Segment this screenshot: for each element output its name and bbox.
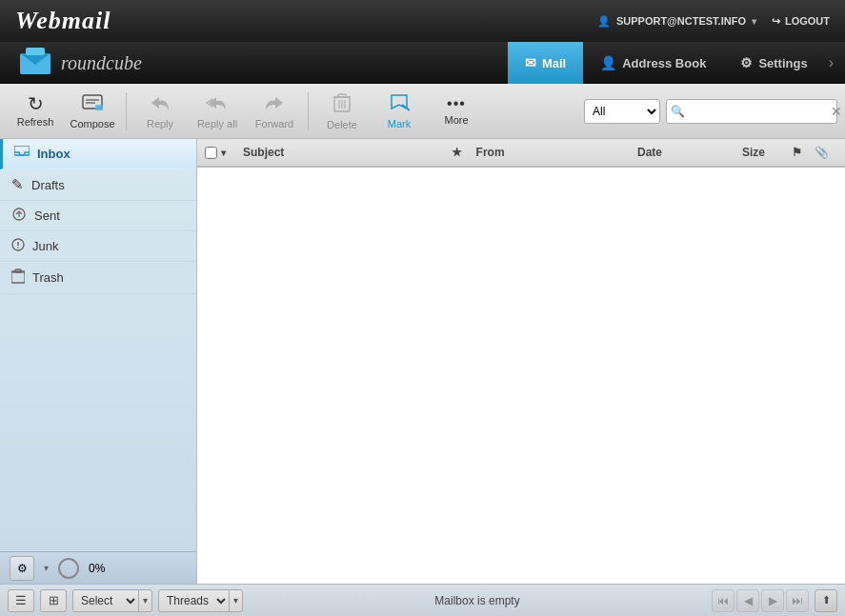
logout-button[interactable]: ↪ LOGOUT (772, 15, 830, 28)
refresh-button[interactable]: ↻ Refresh (8, 88, 63, 135)
nav-end-arrow: › (825, 42, 837, 84)
status-bar: ☰ ⊞ Select All None Read Unread ▾ Thread… (0, 584, 845, 616)
folder-inbox-label: Inbox (37, 147, 70, 161)
mark-button[interactable]: Mark (372, 88, 427, 135)
header-from[interactable]: From (469, 146, 630, 159)
tab-mail[interactable]: ✉ Mail (508, 42, 583, 84)
folder-sent-label: Sent (34, 209, 60, 223)
folder-trash-label: Trash (32, 270, 64, 285)
webmail-logo: Webmail (15, 7, 111, 35)
sent-icon (11, 208, 27, 224)
page-prev-button[interactable]: ◀ (736, 589, 759, 612)
folder-trash[interactable]: Trash (0, 262, 196, 294)
more-icon: ••• (447, 96, 466, 111)
sidebar-gear-dropdown: ▾ (44, 563, 49, 573)
drafts-icon: ✎ (11, 176, 24, 193)
page-next-button[interactable]: ▶ (761, 589, 784, 612)
sidebar: Inbox ✎ Drafts Sent (0, 139, 197, 584)
header-star: ★ (446, 146, 469, 159)
thread-view-icon: ⊞ (49, 593, 59, 607)
tab-addressbook-label: Address Book (622, 56, 706, 70)
forward-button[interactable]: Forward (247, 88, 302, 135)
sidebar-settings-button[interactable]: ⚙ (10, 556, 34, 581)
thread-view-button[interactable]: ⊞ (40, 589, 67, 612)
toolbar-separator-2 (308, 92, 309, 130)
folder-junk[interactable]: Junk (0, 231, 196, 262)
addressbook-icon: 👤 (600, 55, 616, 70)
folder-junk-label: Junk (32, 239, 58, 253)
svg-rect-21 (11, 271, 25, 283)
list-view-button[interactable]: ☰ (8, 589, 34, 612)
header-check: ▾ (205, 147, 235, 159)
select-dropdown-arrow: ▾ (138, 590, 151, 611)
mark-icon (389, 93, 410, 115)
delete-label: Delete (327, 119, 357, 130)
trash-icon (11, 268, 25, 287)
forward-label: Forward (255, 118, 293, 129)
header-date[interactable]: Date (630, 146, 734, 159)
svg-point-20 (17, 247, 19, 248)
threads-dropdown-arrow: ▾ (229, 590, 242, 611)
search-area: All Unread Flagged Unanswered 🔍 ✕ (584, 99, 837, 124)
mail-icon: ✉ (525, 55, 536, 70)
compose-icon (82, 93, 103, 115)
settings-icon: ⚙ (740, 55, 753, 70)
search-box: 🔍 ✕ (666, 99, 837, 124)
tab-settings[interactable]: ⚙ Settings (723, 42, 824, 84)
search-icon: 🔍 (671, 105, 685, 118)
replyall-button[interactable]: Reply all (190, 88, 245, 135)
pagination-controls: ⏮ ◀ ▶ ⏭ (712, 589, 809, 612)
folder-inbox[interactable]: Inbox (0, 139, 196, 169)
reply-label: Reply (147, 118, 173, 129)
delete-button[interactable]: Delete (314, 88, 370, 135)
search-clear-icon[interactable]: ✕ (831, 104, 842, 119)
logout-icon: ↪ (772, 15, 780, 28)
top-right-controls: 👤 SUPPORT@NCTEST.INFO ▾ ↪ LOGOUT (597, 15, 830, 28)
tab-settings-label: Settings (758, 56, 807, 70)
filter-select[interactable]: All Unread Flagged Unanswered (584, 99, 660, 124)
sidebar-gear-icon: ⚙ (17, 562, 28, 575)
svg-rect-10 (338, 94, 346, 97)
roundcube-text: roundcube (61, 52, 142, 74)
user-info[interactable]: 👤 SUPPORT@NCTEST.INFO ▾ (597, 15, 756, 28)
replyall-icon (205, 93, 230, 115)
reply-icon (150, 93, 171, 115)
user-icon: 👤 (597, 15, 611, 28)
select-all-checkbox[interactable] (205, 147, 217, 159)
select-dropdown[interactable]: Select All None Read Unread (73, 590, 138, 611)
page-first-button[interactable]: ⏮ (712, 589, 734, 612)
threads-wrapper: Threads None Flat ▾ (158, 589, 243, 612)
page-last-button[interactable]: ⏭ (786, 589, 809, 612)
more-label: More (444, 114, 468, 126)
delete-icon (333, 92, 351, 116)
reply-button[interactable]: Reply (132, 88, 188, 135)
svg-line-14 (402, 105, 410, 110)
expand-button[interactable]: ⬆ (815, 589, 837, 612)
forward-icon (264, 93, 285, 115)
svg-rect-15 (14, 146, 30, 155)
refresh-icon: ↻ (28, 94, 44, 113)
folder-drafts[interactable]: ✎ Drafts (0, 169, 196, 201)
nav-logo: roundcube (8, 42, 151, 84)
replyall-label: Reply all (197, 118, 237, 129)
header-subject[interactable]: Subject (235, 146, 446, 159)
more-button[interactable]: ••• More (429, 88, 484, 135)
roundcube-logo-icon (17, 45, 53, 81)
expand-icon: ⬆ (822, 594, 831, 606)
compose-button[interactable]: Compose (65, 88, 120, 135)
email-list-header: ▾ Subject ★ From Date Size ⚑ 📎 (197, 139, 845, 168)
top-header: Webmail 👤 SUPPORT@NCTEST.INFO ▾ ↪ LOGOUT (0, 0, 845, 42)
quota-indicator (58, 558, 79, 579)
folder-sent[interactable]: Sent (0, 201, 196, 231)
threads-dropdown[interactable]: Threads None Flat (159, 590, 229, 611)
tab-mail-label: Mail (542, 56, 566, 70)
folder-drafts-label: Drafts (31, 178, 65, 192)
sidebar-bottom: ⚙ ▾ 0% (0, 551, 196, 584)
header-size[interactable]: Size (734, 146, 792, 159)
junk-icon (11, 238, 25, 254)
svg-rect-2 (26, 48, 45, 55)
tab-addressbook[interactable]: 👤 Address Book (583, 42, 723, 84)
search-input[interactable] (688, 105, 831, 118)
main-layout: Inbox ✎ Drafts Sent (0, 139, 845, 584)
header-attach: 📎 (815, 146, 837, 159)
